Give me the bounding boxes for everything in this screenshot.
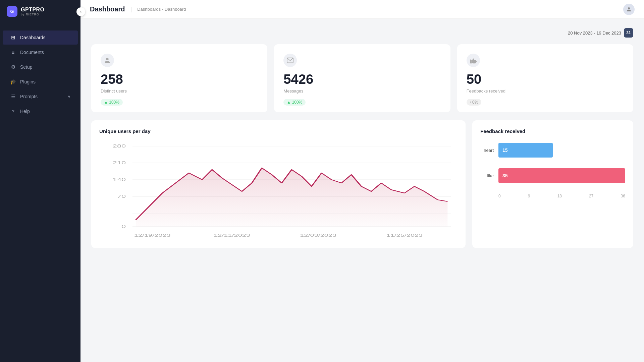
logo-text: GPTPRO bbox=[21, 7, 45, 13]
bar-axis-0: 0 bbox=[498, 194, 501, 198]
stat-messages-number: 5426 bbox=[283, 72, 441, 86]
svg-text:0: 0 bbox=[121, 224, 126, 229]
bar-fill-heart: 15 bbox=[498, 143, 553, 158]
sidebar-item-documents-label: Documents bbox=[20, 50, 44, 55]
sidebar: G GPTPRO by RIETRO ‹ ⊞ Dashboards ≡ Docu… bbox=[0, 0, 80, 362]
stat-users-badge: ▲ 100% bbox=[101, 99, 123, 106]
bar-value-like: 35 bbox=[502, 173, 508, 178]
bar-label-heart: heart bbox=[480, 148, 494, 153]
sidebar-item-plugins[interactable]: 🎓 Plugins bbox=[3, 75, 78, 89]
bar-axis-36: 36 bbox=[621, 194, 625, 198]
svg-text:12/19/2023: 12/19/2023 bbox=[134, 233, 171, 238]
stat-messages-label: Messages bbox=[283, 88, 441, 94]
svg-text:210: 210 bbox=[113, 161, 126, 165]
avatar[interactable] bbox=[623, 4, 635, 15]
sidebar-nav: ⊞ Dashboards ≡ Documents ⚙ Setup 🎓 Plugi… bbox=[0, 23, 80, 362]
bar-row-like: like 35 bbox=[480, 168, 625, 183]
svg-point-1 bbox=[106, 58, 108, 60]
bar-fill-like: 35 bbox=[498, 168, 625, 183]
sidebar-item-dashboards-label: Dashboards bbox=[20, 35, 46, 40]
svg-text:280: 280 bbox=[113, 144, 126, 148]
help-icon: ? bbox=[10, 108, 16, 114]
bar-row-heart: heart 15 bbox=[480, 143, 625, 158]
line-chart-title: Unique users per day bbox=[99, 128, 458, 134]
stat-users-number: 258 bbox=[101, 72, 258, 86]
topbar: Dashboard | Dashboards - Dashboard bbox=[80, 0, 644, 19]
stat-feedbacks-number: 50 bbox=[467, 72, 624, 86]
prompts-chevron: ∨ bbox=[68, 95, 70, 99]
content-area: 20 Nov 2023 - 19 Dec 2023 31 258 Distinc… bbox=[80, 19, 644, 362]
bar-chart-title: Feedback received bbox=[480, 128, 625, 134]
bar-label-like: like bbox=[480, 173, 494, 178]
date-bar: 20 Nov 2023 - 19 Dec 2023 31 bbox=[91, 28, 633, 38]
svg-text:12/03/2023: 12/03/2023 bbox=[300, 233, 336, 238]
svg-point-0 bbox=[628, 7, 630, 9]
bar-value-heart: 15 bbox=[502, 147, 508, 153]
sidebar-item-dashboards[interactable]: ⊞ Dashboards bbox=[3, 31, 78, 45]
line-chart-svg: 280 210 140 70 0 12/19/2023 12/11/2023 1… bbox=[99, 139, 458, 240]
svg-text:70: 70 bbox=[117, 194, 126, 198]
calendar-icon[interactable]: 31 bbox=[624, 28, 633, 38]
sidebar-toggle[interactable]: ‹ bbox=[76, 7, 85, 16]
sidebar-item-help[interactable]: ? Help bbox=[3, 104, 78, 118]
svg-text:12/11/2023: 12/11/2023 bbox=[214, 233, 250, 238]
bar-chart-card: Feedback received heart 15 like bbox=[472, 120, 633, 248]
sidebar-item-setup-label: Setup bbox=[20, 64, 33, 70]
bar-container-like: 35 bbox=[498, 168, 625, 183]
logo-area: G GPTPRO by RIETRO bbox=[0, 0, 80, 23]
bar-container-heart: 15 bbox=[498, 143, 625, 158]
stat-users-label: Distinct users bbox=[101, 88, 258, 94]
stat-card-messages: 5426 Messages ▲ 100% bbox=[274, 44, 450, 112]
sidebar-item-plugins-label: Plugins bbox=[20, 79, 36, 84]
sidebar-item-help-label: Help bbox=[20, 109, 30, 114]
topbar-right bbox=[623, 4, 635, 15]
bar-chart-wrap: heart 15 like 35 bbox=[480, 139, 625, 202]
main-area: Dashboard | Dashboards - Dashboard 20 No… bbox=[80, 0, 644, 362]
sidebar-item-setup[interactable]: ⚙ Setup bbox=[3, 60, 78, 74]
bar-axis-9: 9 bbox=[528, 194, 530, 198]
prompts-icon: ☰ bbox=[10, 94, 16, 100]
svg-text:140: 140 bbox=[113, 177, 126, 182]
page-title: Dashboard bbox=[90, 5, 125, 13]
stat-feedbacks-icon bbox=[467, 54, 480, 67]
svg-text:11/25/2023: 11/25/2023 bbox=[386, 233, 423, 238]
charts-row: Unique users per day 280 210 140 bbox=[91, 120, 633, 248]
bar-axis-18: 18 bbox=[557, 194, 562, 198]
stat-messages-badge: ▲ 100% bbox=[283, 99, 306, 106]
setup-icon: ⚙ bbox=[10, 64, 16, 70]
stat-messages-icon bbox=[283, 54, 297, 67]
breadcrumb-sep: | bbox=[130, 6, 132, 13]
sidebar-item-prompts-label: Prompts bbox=[20, 94, 38, 99]
stat-users-icon bbox=[101, 54, 114, 67]
stat-feedbacks-badge: › 0% bbox=[467, 99, 482, 106]
stat-card-users: 258 Distinct users ▲ 100% bbox=[91, 44, 267, 112]
dashboards-icon: ⊞ bbox=[10, 35, 16, 41]
documents-icon: ≡ bbox=[10, 49, 16, 55]
stats-row: 258 Distinct users ▲ 100% 5426 Messages … bbox=[91, 44, 633, 112]
logo-sub: by RIETRO bbox=[21, 13, 45, 16]
stat-card-feedbacks: 50 Feedbacks received › 0% bbox=[457, 44, 633, 112]
date-range-text: 20 Nov 2023 - 19 Dec 2023 bbox=[568, 31, 621, 36]
line-chart-wrap: 280 210 140 70 0 12/19/2023 12/11/2023 1… bbox=[99, 139, 458, 240]
stat-feedbacks-label: Feedbacks received bbox=[467, 88, 624, 94]
bar-x-axis: 0 9 18 27 36 bbox=[480, 194, 625, 198]
bar-axis-27: 27 bbox=[589, 194, 593, 198]
breadcrumb: Dashboards - Dashboard bbox=[137, 7, 186, 12]
line-chart-card: Unique users per day 280 210 140 bbox=[91, 120, 466, 248]
plugins-icon: 🎓 bbox=[10, 79, 16, 85]
sidebar-item-prompts[interactable]: ☰ Prompts ∨ bbox=[3, 89, 78, 104]
sidebar-item-documents[interactable]: ≡ Documents bbox=[3, 45, 78, 59]
logo-icon: G bbox=[7, 6, 17, 17]
